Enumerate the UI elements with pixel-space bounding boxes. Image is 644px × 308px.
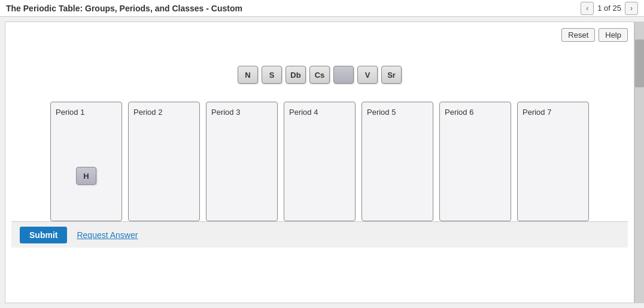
submit-button[interactable]: Submit — [20, 227, 67, 243]
content-area: Reset Help NSDbCsVSr Period 1HPeriod 2Pe… — [5, 22, 634, 303]
toolbar: Reset Help — [11, 28, 628, 42]
help-button[interactable]: Help — [599, 28, 628, 42]
element-chip-Sr[interactable]: Sr — [381, 66, 402, 84]
placed-element-H[interactable]: H — [76, 167, 96, 185]
prev-button[interactable]: ‹ — [581, 2, 594, 15]
period-box-6: Period 6 — [439, 102, 511, 221]
next-button[interactable]: › — [625, 2, 638, 15]
period-box-3: Period 3 — [206, 102, 278, 221]
period-box-2: Period 2 — [128, 102, 200, 221]
reset-button[interactable]: Reset — [561, 28, 595, 42]
period-label-2: Period 2 — [133, 108, 162, 117]
element-chip-N[interactable]: N — [238, 66, 258, 84]
element-chip-V[interactable]: V — [357, 66, 378, 84]
bottom-bar: Submit Request Answer — [11, 221, 628, 248]
period-label-3: Period 3 — [211, 108, 240, 117]
element-chip-Cs[interactable]: Cs — [309, 66, 330, 84]
main-wrapper: Reset Help NSDbCsVSr Period 1HPeriod 2Pe… — [0, 17, 644, 308]
element-chip-blank[interactable] — [333, 66, 354, 84]
page-title: The Periodic Table: Groups, Periods, and… — [6, 4, 242, 13]
period-label-1: Period 1 — [56, 108, 84, 117]
period-label-6: Period 6 — [445, 108, 473, 117]
element-chip-Db[interactable]: Db — [285, 66, 306, 84]
header-bar: The Periodic Table: Groups, Periods, and… — [0, 0, 644, 17]
page-indicator: 1 of 25 — [597, 4, 621, 13]
period-box-5: Period 5 — [362, 102, 433, 221]
period-box-1: Period 1H — [50, 102, 122, 221]
period-label-5: Period 5 — [367, 108, 396, 117]
period-box-4: Period 4 — [284, 102, 356, 221]
period-label-4: Period 4 — [289, 108, 318, 117]
request-answer-button[interactable]: Request Answer — [77, 230, 138, 240]
periods-row: Period 1HPeriod 2Period 3Period 4Period … — [11, 102, 628, 221]
period-box-7: Period 7 — [517, 102, 589, 221]
scrollbar-thumb[interactable] — [635, 39, 644, 87]
scrollbar-track[interactable] — [634, 22, 644, 303]
element-chip-S[interactable]: S — [262, 66, 282, 84]
chips-row: NSDbCsVSr — [11, 66, 628, 84]
navigation-controls: ‹ 1 of 25 › — [581, 2, 638, 15]
period-label-7: Period 7 — [523, 108, 551, 117]
